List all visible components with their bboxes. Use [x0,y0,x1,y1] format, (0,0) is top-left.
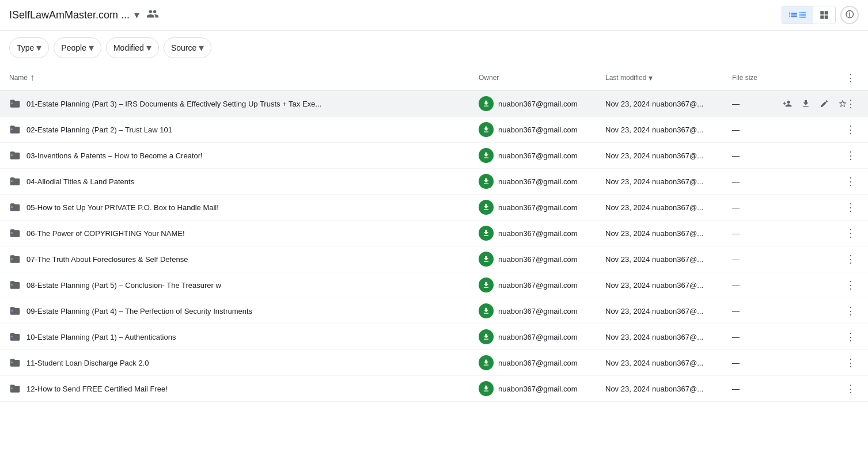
info-button[interactable]: ⓘ [840,6,859,24]
file-name-cell: 07-The Truth About Foreclosures & Self D… [9,253,479,265]
filesize-cell: — [732,333,824,341]
modified-cell: Nov 23, 2024 nuabon367@... [605,151,732,160]
folder-icon [9,176,21,187]
file-name-text: 04-Allodial Titles & Land Patents [26,177,134,186]
file-name-cell: 03-Inventions & Patents – How to Become … [9,150,479,161]
list-view-button[interactable] [782,6,813,24]
filesize-column-label: File size [732,74,757,82]
row-more-button[interactable]: ⋮ [843,225,859,241]
filesize-cell: — [732,177,824,186]
owner-email: nuabon367@gmail.com [498,359,578,367]
modified-cell: Nov 23, 2024 nuabon367@... [605,307,732,315]
row-more-col: ⋮ [824,329,859,345]
filesize-cell: — [732,229,824,238]
type-filter[interactable]: Type ▾ [9,37,49,58]
table-row[interactable]: 07-The Truth About Foreclosures & Self D… [0,246,868,272]
row-more-button[interactable]: ⋮ [843,173,859,189]
file-name-text: 11-Student Loan Discharge Pack 2.0 [26,359,149,367]
file-name-text: 05-How to Set Up Your PRIVATE P.O. Box t… [26,203,219,212]
table-row[interactable]: 12-How to Send FREE Certified Mail Free!… [0,376,868,402]
download-button[interactable] [798,96,814,112]
row-more-button[interactable]: ⋮ [843,381,859,397]
folder-icon [9,227,21,239]
owner-email: nuabon367@gmail.com [498,385,578,393]
file-name-text: 09-Estate Planning (Part 4) – The Perfec… [26,307,252,315]
edit-button[interactable] [816,96,832,112]
table-row[interactable]: 11-Student Loan Discharge Pack 2.0 nuabo… [0,350,868,376]
folder-icon [9,202,21,213]
svg-rect-11 [11,362,13,363]
owner-cell: nuabon367@gmail.com [479,226,605,241]
source-filter-label: Source [171,43,196,52]
name-column-header[interactable]: Name ↑ [9,73,479,83]
table-more-options-button[interactable]: ⋮ [843,70,859,86]
add-person-button[interactable] [779,96,795,112]
row-more-button[interactable]: ⋮ [843,147,859,164]
folder-icon [9,383,21,394]
owner-avatar [479,329,494,344]
people-icon[interactable] [146,7,159,23]
table-row[interactable]: 04-Allodial Titles & Land Patents nuabon… [0,169,868,195]
name-column-label: Name [9,74,28,82]
header: ISelfLawAmMaster.com ... ▾ [0,0,868,31]
table-row[interactable]: 09-Estate Planning (Part 4) – The Perfec… [0,298,868,324]
owner-email: nuabon367@gmail.com [498,100,578,108]
file-name-cell: 01-Estate Planning (Part 3) – IRS Docume… [9,98,479,109]
modified-cell: Nov 23, 2024 nuabon367@... [605,126,732,134]
owner-cell: nuabon367@gmail.com [479,200,605,215]
source-filter[interactable]: Source ▾ [164,37,211,58]
folder-icon [9,253,21,265]
lastmod-sort-icon: ▾ [649,73,653,82]
row-more-button[interactable]: ⋮ [843,355,859,371]
row-more-col: ⋮ [824,381,859,397]
filters-bar: Type ▾ People ▾ Modified ▾ Source ▾ [0,31,868,65]
file-name-text: 08-Estate Planning (Part 5) – Conclusion… [26,281,221,290]
table-row[interactable]: 10-Estate Planning (Part 1) – Authentica… [0,324,868,350]
row-more-button[interactable]: ⋮ [843,251,859,267]
table-row[interactable]: 02-Estate Planning (Part 2) – Trust Law … [0,117,868,143]
modified-cell: Nov 23, 2024 nuabon367@... [605,177,732,186]
row-more-col: ⋮ [824,173,859,189]
owner-avatar [479,303,494,318]
row-more-col: ⋮ [824,147,859,164]
table-row[interactable]: 05-How to Set Up Your PRIVATE P.O. Box t… [0,195,868,221]
people-filter[interactable]: People ▾ [54,37,101,58]
grid-view-button[interactable] [813,6,835,24]
row-more-col: ⋮ [824,121,859,138]
svg-rect-2 [11,128,13,130]
filesize-cell: — [732,281,824,290]
owner-avatar [479,148,494,163]
table-row[interactable]: 01-Estate Planning (Part 3) – IRS Docume… [0,91,868,117]
modified-filter[interactable]: Modified ▾ [106,37,159,58]
file-name-cell: 06-The Power of COPYRIGHTING Your NAME! [9,227,479,239]
row-more-col: ⋮ [824,96,859,112]
file-name-text: 02-Estate Planning (Part 2) – Trust Law … [26,126,172,134]
table-row[interactable]: 03-Inventions & Patents – How to Become … [0,143,868,169]
row-more-button[interactable]: ⋮ [843,199,859,215]
owner-column-label: Owner [479,74,499,82]
file-name-text: 03-Inventions & Patents – How to Become … [26,151,203,160]
table-row[interactable]: 08-Estate Planning (Part 5) – Conclusion… [0,272,868,298]
lastmod-column-header[interactable]: Last modified ▾ [605,73,732,82]
svg-rect-7 [11,258,13,260]
star-button[interactable] [835,96,851,112]
row-more-button[interactable]: ⋮ [843,121,859,138]
title-chevron-icon[interactable]: ▾ [134,9,139,21]
owner-cell: nuabon367@gmail.com [479,381,605,396]
row-more-button[interactable]: ⋮ [843,303,859,319]
owner-cell: nuabon367@gmail.com [479,277,605,292]
owner-cell: nuabon367@gmail.com [479,174,605,189]
file-name-cell: 10-Estate Planning (Part 1) – Authentica… [9,331,479,343]
row-more-button[interactable]: ⋮ [843,277,859,293]
svg-rect-8 [11,284,13,286]
svg-rect-3 [11,154,13,156]
folder-icon [9,357,21,368]
row-more-button[interactable]: ⋮ [843,329,859,345]
owner-email: nuabon367@gmail.com [498,307,578,315]
modified-filter-chevron-icon: ▾ [146,41,151,54]
view-toggle [782,6,836,24]
owner-email: nuabon367@gmail.com [498,126,578,134]
filesize-cell: — [732,307,824,315]
table-row[interactable]: 06-The Power of COPYRIGHTING Your NAME! … [0,221,868,246]
people-filter-label: People [61,43,86,52]
